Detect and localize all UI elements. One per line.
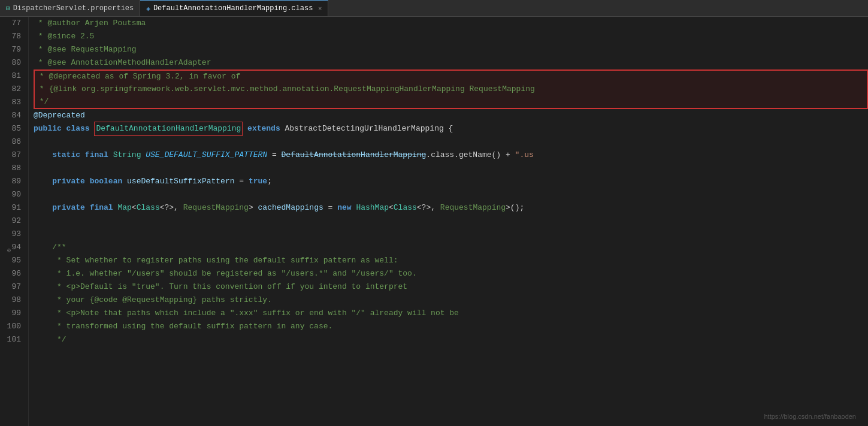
line-number: 87 — [5, 149, 23, 162]
line-number: 77 — [5, 17, 23, 30]
class-icon: ◈ — [146, 5, 150, 13]
code-line-96: * i.e. whether "/users" should be regist… — [34, 267, 868, 280]
line-number: 89 — [5, 175, 23, 188]
tab-bar: ⊞ DispatcherServlet.properties ◈ Default… — [0, 0, 868, 17]
line-number: 98 — [5, 294, 23, 307]
code-line-78: * @since 2.5 — [34, 30, 868, 43]
line-number: 78 — [5, 30, 23, 43]
line-number: 80 — [5, 56, 23, 70]
code-line-93 — [34, 228, 868, 241]
code-line-86 — [34, 135, 868, 149]
line-number: ⊙ 94 — [5, 241, 23, 254]
code-line-87: static final String USE_DEFAULT_SUFFIX_P… — [34, 149, 868, 162]
code-line-90 — [34, 188, 868, 201]
line-number: 92 — [5, 214, 23, 228]
line-number: 96 — [5, 267, 23, 280]
code-line-85: public class DefaultAnnotationHandlerMap… — [34, 122, 868, 135]
line-number: 95 — [5, 254, 23, 267]
code-content[interactable]: * @author Arjen Poutsma * @since 2.5 * @… — [29, 17, 868, 426]
code-line-83: */ — [34, 96, 868, 109]
line-number: 90 — [5, 188, 23, 201]
code-line-95: * Set whether to register paths using th… — [34, 254, 868, 267]
line-number: 85 — [5, 122, 23, 135]
tab-class[interactable]: ◈ DefaultAnnotationHandlerMapping.class … — [140, 0, 328, 16]
line-number: 81 — [5, 70, 23, 83]
line-number: 88 — [5, 162, 23, 175]
line-number: 84 — [5, 109, 23, 122]
code-line-79: * @see RequestMapping — [34, 43, 868, 56]
code-line-80: * @see AnnotationMethodHandlerAdapter — [34, 56, 868, 70]
code-line-97: * <p>Default is "true". Turn this conven… — [34, 280, 868, 294]
tab-label-class: DefaultAnnotationHandlerMapping.class — [153, 4, 313, 13]
code-line-82: * {@link org.springframework.web.servlet… — [34, 83, 868, 96]
code-line-92 — [34, 214, 868, 228]
code-line-99: * <p>Note that paths which include a ".x… — [34, 307, 868, 320]
code-line-101: */ — [34, 333, 868, 346]
tab-properties[interactable]: ⊞ DispatcherServlet.properties — [0, 0, 140, 16]
code-line-89: private boolean useDefaultSuffixPattern … — [34, 175, 868, 188]
tab-label-properties: DispatcherServlet.properties — [13, 4, 134, 13]
watermark: https://blog.csdn.net/fanbaoden — [764, 413, 856, 420]
code-line-98: * your {@code @RequestMapping} paths str… — [34, 294, 868, 307]
line-numbers-panel: 77 78 79 80 81 82 83 84 85 86 87 88 89 9… — [0, 17, 29, 426]
line-number: 86 — [5, 135, 23, 149]
code-line-91: private final Map<Class<?>, RequestMappi… — [34, 201, 868, 214]
code-line-81: * @deprecated as of Spring 3.2, in favor… — [34, 70, 868, 83]
line-number: 93 — [5, 228, 23, 241]
code-line-100: * transformed using the default suffix p… — [34, 320, 868, 333]
line-number: 91 — [5, 201, 23, 214]
properties-icon: ⊞ — [6, 4, 10, 12]
fold-icon[interactable]: ⊙ — [5, 244, 11, 250]
line-number: 82 — [5, 83, 23, 96]
line-number: 97 — [5, 280, 23, 294]
code-line-94: /** — [34, 241, 868, 254]
line-number: 79 — [5, 43, 23, 56]
code-line-77: * @author Arjen Poutsma — [34, 17, 868, 30]
line-number: 101 — [5, 333, 23, 346]
line-number: 99 — [5, 307, 23, 320]
close-icon[interactable]: ✕ — [318, 5, 322, 12]
code-line-88 — [34, 162, 868, 175]
editor-container: 77 78 79 80 81 82 83 84 85 86 87 88 89 9… — [0, 17, 868, 426]
line-number: 83 — [5, 96, 23, 109]
code-line-84: @Deprecated — [34, 109, 868, 122]
line-number: 100 — [5, 320, 23, 333]
